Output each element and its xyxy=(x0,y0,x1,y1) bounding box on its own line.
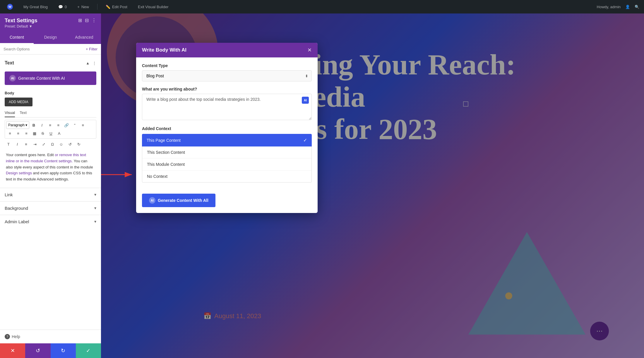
generate-ai-button[interactable]: AI Generate Content With AI xyxy=(5,71,96,85)
fullscreen2-button[interactable]: ⤢ xyxy=(40,140,47,148)
text-section-header: Text ▲ ⋮ xyxy=(0,57,101,69)
quote-button[interactable]: " xyxy=(71,121,78,129)
modal-overlay: Write Body With AI ✕ Content Type Blog P… xyxy=(101,13,644,358)
align-left-button[interactable]: ≡ xyxy=(79,121,87,129)
context-option-section[interactable]: This Section Content xyxy=(142,146,311,158)
admin-avatar: 👤 xyxy=(625,5,630,9)
filter-button[interactable]: + Filter xyxy=(86,47,97,51)
content-type-group: Content Type Blog Post ⬍ xyxy=(142,63,312,81)
content-type-select[interactable]: Blog Post xyxy=(142,70,312,81)
edit-post-link[interactable]: ✏️ Edit Post xyxy=(103,4,130,10)
link-chevron-icon: ▾ xyxy=(94,192,96,197)
fullscreen-icon[interactable]: ⊞ xyxy=(78,18,82,23)
context-check-icon: ✓ xyxy=(303,137,307,143)
new-link[interactable]: + New xyxy=(75,4,91,10)
arrow-annotation xyxy=(101,169,136,181)
save-button[interactable]: ✓ xyxy=(76,343,101,358)
indent-button[interactable]: ⇥ xyxy=(31,140,39,148)
link-button[interactable]: 🔗 xyxy=(63,121,70,129)
content-type-select-wrapper: Blog Post ⬍ xyxy=(142,70,312,81)
wp-logo[interactable]: W xyxy=(5,3,15,11)
writing-about-label: What are you writing about? xyxy=(142,87,312,91)
add-media-button[interactable]: ADD MEDIA xyxy=(5,98,32,106)
background-label: Background xyxy=(5,206,28,211)
italic-button[interactable]: I xyxy=(38,121,46,129)
color-button[interactable]: A xyxy=(55,129,63,137)
search-icon[interactable]: 🔍 xyxy=(635,5,639,9)
paragraph-select[interactable]: Paragraph ▾ xyxy=(6,121,29,129)
paste-text-button[interactable]: T xyxy=(5,140,12,148)
tab-content[interactable]: Content xyxy=(0,31,34,44)
admin-label-section[interactable]: Admin Label ▾ xyxy=(0,215,101,228)
sidebar-footer: ? Help xyxy=(0,330,101,343)
sidebar-content: Text ▲ ⋮ AI Generate Content With AI Bod… xyxy=(0,54,101,330)
tab-advanced[interactable]: Advanced xyxy=(67,31,101,44)
context-selected-option[interactable]: This Page Content ✓ xyxy=(142,134,312,146)
ordered-list-button[interactable]: ≡ xyxy=(54,121,62,129)
added-context-group: Added Context This Page Content ✓ This S… xyxy=(142,126,312,183)
align2-button[interactable]: ≡ xyxy=(22,140,30,148)
generate-ai-icon: AI xyxy=(149,197,155,204)
close-icon: ✕ xyxy=(11,347,15,354)
editor-tab-text[interactable]: Text xyxy=(20,109,27,117)
blog-name-link[interactable]: My Great Blog xyxy=(21,4,50,10)
context-option-module[interactable]: This Module Content xyxy=(142,158,311,171)
link-section[interactable]: Link ▾ xyxy=(0,188,101,201)
strikethrough-button[interactable]: S xyxy=(39,129,47,137)
tab-design[interactable]: Design xyxy=(34,31,67,44)
write-body-modal: Write Body With AI ✕ Content Type Blog P… xyxy=(136,43,318,213)
editor-tab-visual[interactable]: Visual xyxy=(5,109,15,117)
separator xyxy=(97,4,97,10)
editor-text: Your content goes here. Edit or remove t… xyxy=(6,153,93,181)
columns-icon[interactable]: ⊟ xyxy=(85,18,89,23)
comments-link[interactable]: 💬 0 xyxy=(56,4,69,10)
redo2-button[interactable]: ↻ xyxy=(75,140,83,148)
sidebar-action-bar: ✕ ↺ ↻ ✓ xyxy=(0,343,101,358)
close-button[interactable]: ✕ xyxy=(0,343,25,358)
modal-close-button[interactable]: ✕ xyxy=(307,47,312,53)
italic2-button[interactable]: I xyxy=(13,140,21,148)
align-center-button[interactable]: ≡ xyxy=(6,129,14,137)
undo-button[interactable]: ↺ xyxy=(25,343,50,358)
editor-tabs: Visual Text xyxy=(5,109,96,117)
admin-label-label: Admin Label xyxy=(5,219,29,224)
undo2-button[interactable]: ↺ xyxy=(66,140,74,148)
writing-about-textarea[interactable]: Write a blog post about the top social m… xyxy=(142,94,312,120)
check-icon: ✓ xyxy=(86,347,90,354)
content-type-label: Content Type xyxy=(142,63,312,68)
remove-link[interactable]: or remove this text inline or in the mod… xyxy=(6,153,86,163)
background-section[interactable]: Background ▾ xyxy=(0,201,101,215)
selected-context-text: This Page Content xyxy=(147,138,181,143)
design-link[interactable]: Design settings xyxy=(6,171,32,175)
editor-content[interactable]: Your content goes here. Edit or remove t… xyxy=(5,150,96,185)
exit-visual-builder-link[interactable]: Exit Visual Builder xyxy=(136,4,171,10)
sidebar-search: + Filter xyxy=(0,44,101,54)
unordered-list-button[interactable]: ≡ xyxy=(46,121,54,129)
sidebar-title-group: Text Settings Preset: Default ▼ xyxy=(5,18,37,28)
modal-header: Write Body With AI ✕ xyxy=(136,43,318,57)
chevron-up-icon[interactable]: ▲ xyxy=(86,61,90,65)
context-dropdown: This Page Content ✓ This Section Content… xyxy=(142,134,312,183)
ai-icon: AI xyxy=(9,75,16,81)
added-context-label: Added Context xyxy=(142,126,312,131)
main-layout: Text Settings Preset: Default ▼ ⊞ ⊟ ⋮ Co… xyxy=(0,0,644,358)
help-label[interactable]: Help xyxy=(12,334,20,339)
comments-count: 0 xyxy=(65,5,67,9)
bold-button[interactable]: B xyxy=(30,121,37,129)
emoji-button[interactable]: ☺ xyxy=(57,140,65,148)
help-icon: ? xyxy=(5,334,10,339)
sidebar-preset[interactable]: Preset: Default ▼ xyxy=(5,24,37,28)
special-char-button[interactable]: Ω xyxy=(49,140,56,148)
context-option-none[interactable]: No Context xyxy=(142,171,311,182)
table-button[interactable]: ▦ xyxy=(31,129,38,137)
sidebar: Text Settings Preset: Default ▼ ⊞ ⊟ ⋮ Co… xyxy=(0,13,101,358)
align-right-button[interactable]: ≡ xyxy=(14,129,22,137)
redo-button[interactable]: ↻ xyxy=(51,343,76,358)
search-input[interactable] xyxy=(4,47,83,51)
generate-content-button[interactable]: AI Generate Content With All xyxy=(142,194,215,207)
more-section-icon[interactable]: ⋮ xyxy=(93,61,96,65)
align-justify-button[interactable]: ≡ xyxy=(23,129,30,137)
sidebar-header: Text Settings Preset: Default ▼ ⊞ ⊟ ⋮ xyxy=(0,13,101,31)
underline-button[interactable]: U xyxy=(47,129,55,137)
more-icon[interactable]: ⋮ xyxy=(92,18,96,23)
